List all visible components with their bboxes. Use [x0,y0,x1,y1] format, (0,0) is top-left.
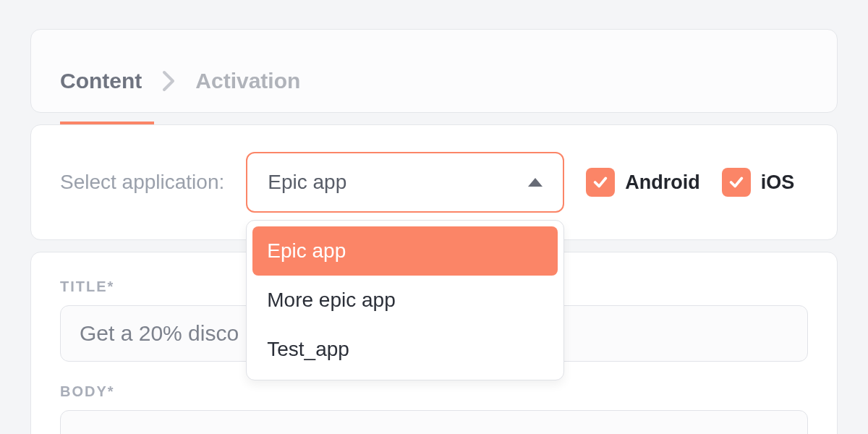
tab-content-label: Content [60,69,142,93]
dropdown-item-more-epic-app[interactable]: More epic app [252,276,558,325]
check-icon [592,174,608,190]
dropdown-item-label: More epic app [267,289,395,311]
check-icon [728,174,744,190]
application-select-wrap: Epic app Epic app More epic app Test_app [246,152,564,213]
body-field-label: BODY* [60,383,808,400]
body-input[interactable] [60,410,808,434]
tab-activation-label: Activation [195,69,300,93]
select-application-label: Select application: [60,171,224,194]
tabs-card: Content Activation [30,29,838,113]
caret-up-icon [528,178,542,187]
checkbox-ios-label: iOS [761,171,795,194]
application-select[interactable]: Epic app [246,152,564,213]
checkbox-android[interactable] [586,168,615,197]
application-card: Select application: Epic app Epic app Mo… [30,124,838,240]
application-dropdown: Epic app More epic app Test_app [246,220,564,380]
checkbox-android-label: Android [625,171,699,194]
tab-content[interactable]: Content [60,68,142,94]
chevron-right-icon [162,70,175,92]
platform-android-group: Android [586,168,699,197]
checkbox-ios[interactable] [722,168,751,197]
tab-activation[interactable]: Activation [195,68,300,94]
dropdown-item-label: Epic app [267,239,346,262]
platform-ios-group: iOS [722,168,795,197]
dropdown-item-label: Test_app [267,338,349,360]
application-select-value: Epic app [268,171,346,194]
dropdown-item-epic-app[interactable]: Epic app [252,226,558,276]
dropdown-item-test-app[interactable]: Test_app [252,325,558,374]
